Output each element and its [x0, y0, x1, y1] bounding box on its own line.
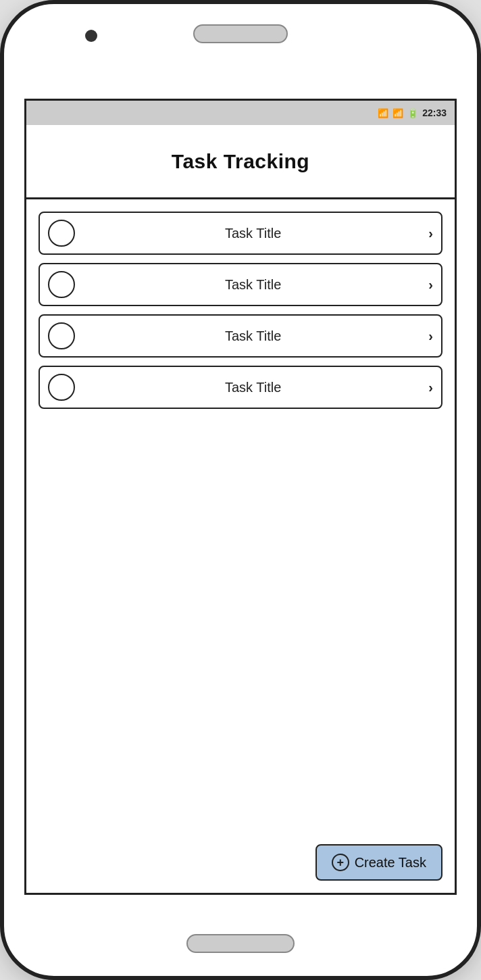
task-checkbox-4[interactable] — [48, 374, 75, 401]
phone-camera — [85, 30, 97, 42]
task-title-3: Task Title — [83, 328, 423, 344]
wifi-icon: 📶 — [378, 108, 388, 118]
phone-speaker — [193, 24, 288, 43]
app-header: Task Tracking — [26, 125, 455, 199]
task-title-1: Task Title — [83, 226, 423, 241]
create-task-label: Create Task — [355, 855, 426, 871]
chevron-right-icon-3: › — [428, 328, 433, 344]
task-title-4: Task Title — [83, 380, 423, 395]
task-title-2: Task Title — [83, 277, 423, 293]
battery-icon: 🔋 — [407, 108, 418, 118]
phone-screen: 📶 📶 🔋 22:33 Task Tracking Task Title › T… — [24, 99, 457, 895]
task-item-2[interactable]: Task Title › — [39, 263, 442, 306]
create-task-button[interactable]: + Create Task — [315, 844, 442, 881]
phone-frame: 📶 📶 🔋 22:33 Task Tracking Task Title › T… — [0, 0, 481, 980]
chevron-right-icon-2: › — [428, 277, 433, 293]
task-checkbox-1[interactable] — [48, 220, 75, 247]
app-title: Task Tracking — [172, 150, 309, 173]
plus-circle-icon: + — [332, 854, 349, 871]
signal-icon: 📶 — [393, 108, 403, 118]
task-checkbox-3[interactable] — [48, 322, 75, 349]
phone-home-bar — [186, 934, 295, 953]
task-item-4[interactable]: Task Title › — [39, 366, 442, 409]
task-checkbox-2[interactable] — [48, 271, 75, 298]
chevron-right-icon-1: › — [428, 226, 433, 241]
task-item-1[interactable]: Task Title › — [39, 212, 442, 255]
task-list: Task Title › Task Title › Task Title › T… — [26, 199, 455, 893]
status-time: 22:33 — [422, 107, 447, 118]
chevron-right-icon-4: › — [428, 380, 433, 395]
task-item-3[interactable]: Task Title › — [39, 314, 442, 358]
status-bar: 📶 📶 🔋 22:33 — [26, 101, 455, 125]
